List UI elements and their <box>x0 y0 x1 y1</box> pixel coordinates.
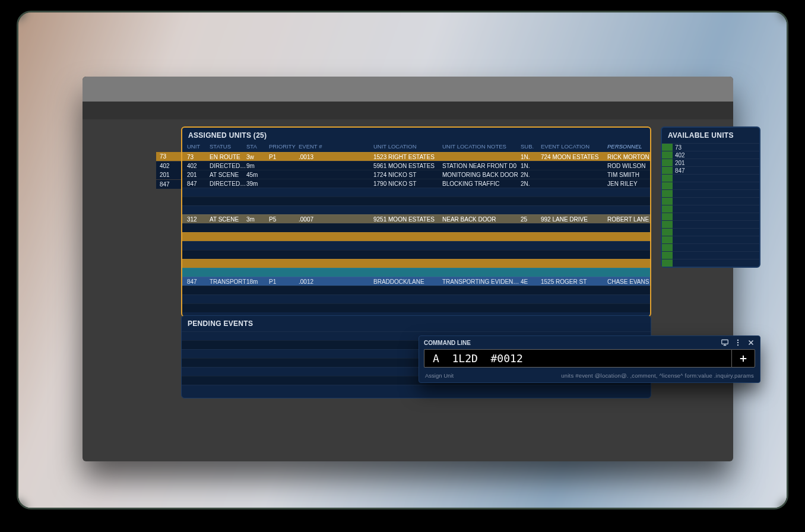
status-chip <box>662 244 673 251</box>
status-chip <box>662 144 673 151</box>
available-unit-row[interactable] <box>662 174 759 182</box>
status-chip <box>662 229 673 236</box>
table-row[interactable]: 312AT SCENE3mP5.00079251 MOON ESTATESNEA… <box>182 214 650 223</box>
unit-badge[interactable]: 201 <box>156 170 181 179</box>
table-row[interactable] <box>182 286 650 294</box>
add-button[interactable] <box>731 349 755 368</box>
svg-rect-0 <box>722 340 728 344</box>
pending-events-title: PENDING EVENTS <box>182 316 651 331</box>
table-row[interactable]: 201AT SCENE45m1724 NICKO STMONITORING BA… <box>182 170 650 179</box>
svg-point-2 <box>737 342 739 343</box>
available-units-panel[interactable]: AVAILABLE UNITS 73402201847 <box>661 126 760 268</box>
available-unit-row[interactable] <box>662 189 759 197</box>
col-personnel[interactable]: PERSONNEL <box>607 143 654 150</box>
table-row[interactable] <box>182 188 650 197</box>
status-chip <box>662 221 673 228</box>
command-input[interactable] <box>424 349 731 368</box>
more-icon[interactable] <box>734 338 742 347</box>
command-line-title: COMMAND LINE <box>424 340 471 346</box>
col-status[interactable]: STATUS <box>210 143 246 150</box>
available-unit-row[interactable]: 201 <box>662 159 759 166</box>
status-chip <box>662 198 673 205</box>
screen-icon[interactable] <box>721 338 729 347</box>
table-row[interactable]: 847DIRECTED PA39m1790 NICKO STBLOCKING T… <box>182 179 650 188</box>
col-sub[interactable]: SUB. <box>521 143 541 150</box>
status-chip <box>662 236 673 243</box>
status-chip <box>662 259 673 267</box>
unit-badge[interactable]: 402 <box>156 162 181 170</box>
available-unit-row[interactable] <box>662 197 759 205</box>
status-chip <box>662 175 673 182</box>
command-hints: units #event @location@. ,comment, ^lice… <box>561 372 754 379</box>
status-chip <box>662 213 673 220</box>
table-row[interactable]: 847TRANSPORT18mP1.0012BRADDOCK/LANETRANS… <box>182 277 650 286</box>
table-row[interactable] <box>182 223 650 232</box>
window-titlebar[interactable] <box>83 77 733 102</box>
available-unit-row[interactable]: 402 <box>662 151 759 159</box>
available-unit-row[interactable]: 847 <box>662 166 759 174</box>
table-row[interactable] <box>182 259 650 268</box>
col-event-location[interactable]: EVENT LOCATION <box>541 143 607 150</box>
col-unit[interactable]: UNIT <box>187 143 210 150</box>
status-chip <box>662 182 673 189</box>
available-unit-row[interactable] <box>662 236 759 243</box>
available-unit-row[interactable] <box>662 259 759 267</box>
table-row[interactable]: 402DIRECTED PA9m5961 MOON ESTATESSTATION… <box>182 161 650 170</box>
assigned-rows: 73EN ROUTE3wP1.00131523 RIGHT ESTATES1N.… <box>182 152 650 312</box>
available-unit-row[interactable] <box>662 205 759 213</box>
status-chip <box>662 190 673 197</box>
table-row[interactable] <box>182 197 650 205</box>
col-sta[interactable]: STA <box>246 143 269 150</box>
close-icon[interactable] <box>747 338 755 347</box>
table-row[interactable]: 73EN ROUTE3wP1.00131523 RIGHT ESTATES1N.… <box>182 152 650 161</box>
table-row[interactable] <box>182 232 650 241</box>
table-row[interactable] <box>182 250 650 259</box>
table-row[interactable] <box>182 303 650 312</box>
status-chip <box>662 167 673 174</box>
available-unit-row[interactable] <box>662 182 759 189</box>
app-window: ASSIGNED UNITS (25) UNIT STATUS STA PRIO… <box>83 77 733 461</box>
col-priority[interactable]: PRIORITY <box>269 143 299 150</box>
col-event[interactable]: EVENT # <box>299 143 334 150</box>
table-row[interactable] <box>182 241 650 250</box>
available-unit-row[interactable] <box>662 220 759 228</box>
table-row[interactable] <box>182 268 650 277</box>
assigned-units-headers: UNIT STATUS STA PRIORITY EVENT # UNIT LO… <box>182 143 650 152</box>
table-row[interactable] <box>182 294 650 303</box>
assigned-units-title: ASSIGNED UNITS (25) <box>182 128 650 143</box>
available-units-title: AVAILABLE UNITS <box>662 128 759 143</box>
command-line-panel[interactable]: COMMAND LINE <box>419 335 760 383</box>
command-sub: Assign Unit <box>425 372 454 379</box>
available-unit-row[interactable] <box>662 213 759 220</box>
device-frame: ASSIGNED UNITS (25) UNIT STATUS STA PRIO… <box>17 11 788 509</box>
col-unit-location-notes[interactable]: UNIT LOCATION NOTES <box>442 143 521 150</box>
status-chip <box>662 151 673 159</box>
status-chip <box>662 205 673 213</box>
window-menubar[interactable] <box>83 102 733 119</box>
assigned-units-panel[interactable]: ASSIGNED UNITS (25) UNIT STATUS STA PRIO… <box>181 126 651 317</box>
table-row[interactable] <box>182 205 650 214</box>
svg-point-3 <box>737 344 739 346</box>
status-chip <box>662 159 673 166</box>
unit-badge[interactable]: 73 <box>156 152 181 161</box>
available-unit-row[interactable] <box>662 243 759 251</box>
svg-point-1 <box>737 340 739 341</box>
status-chip <box>662 252 673 259</box>
col-unit-location[interactable]: UNIT LOCATION <box>373 143 442 150</box>
available-unit-row[interactable]: 73 <box>662 143 759 151</box>
unit-badge[interactable]: 847 <box>156 180 181 189</box>
available-rows: 73402201847 <box>662 143 759 267</box>
available-unit-row[interactable] <box>662 228 759 236</box>
available-unit-row[interactable] <box>662 251 759 259</box>
